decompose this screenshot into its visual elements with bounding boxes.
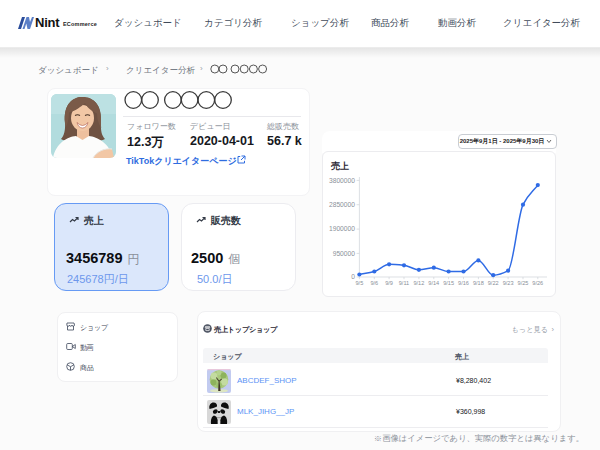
- svg-text:2850000: 2850000: [329, 201, 355, 208]
- svg-text:9/14: 9/14: [428, 280, 439, 286]
- svg-text:9/26: 9/26: [532, 280, 543, 286]
- svg-text:9/23: 9/23: [503, 280, 514, 286]
- svg-text:9/11: 9/11: [399, 280, 409, 286]
- svg-text:1900000: 1900000: [329, 225, 355, 232]
- svg-text:9/6: 9/6: [370, 280, 378, 286]
- svg-text:9/12: 9/12: [413, 280, 424, 286]
- svg-text:9/15: 9/15: [443, 280, 454, 286]
- svg-text:9/18: 9/18: [473, 280, 484, 286]
- svg-text:9/16: 9/16: [458, 280, 469, 286]
- svg-text:9/5: 9/5: [356, 280, 364, 286]
- svg-text:9/9: 9/9: [385, 280, 393, 286]
- svg-text:9/25: 9/25: [518, 280, 529, 286]
- svg-text:950000: 950000: [333, 250, 356, 257]
- svg-text:9/22: 9/22: [488, 280, 499, 286]
- svg-text:3800000: 3800000: [329, 177, 355, 184]
